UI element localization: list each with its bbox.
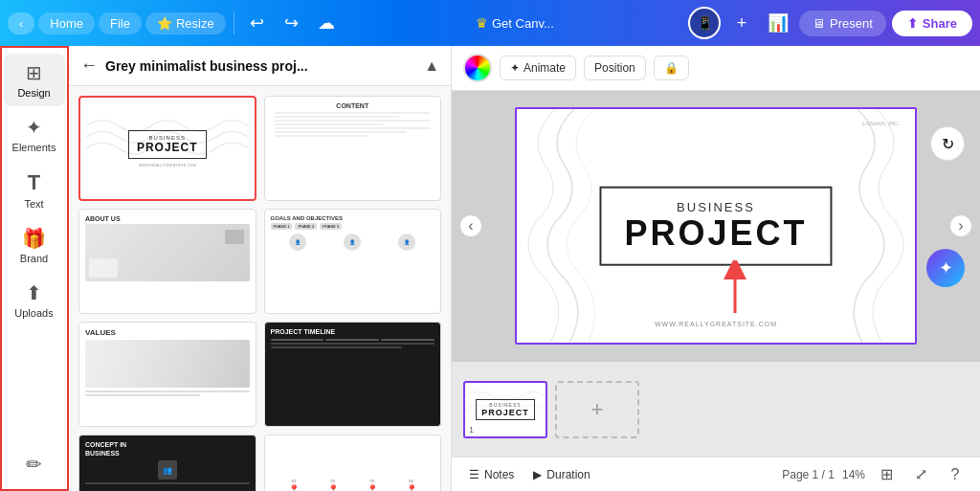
- undo-button[interactable]: ↩: [242, 8, 273, 38]
- text-icon: T: [28, 170, 40, 195]
- slide-5-content: VALUES: [79, 323, 256, 426]
- slide-1-content: BUSINESS PROJECT WWW.REALLYGREATSITE.COM: [80, 98, 255, 199]
- notes-icon: ☰: [469, 468, 479, 481]
- slide-4-content: GOALS AND OBJECTIVES PHASE 1 PHASE 2 PHA…: [265, 210, 441, 313]
- brand-icon: 🎁: [22, 227, 46, 250]
- bottom-bar: ☰ Notes ▶ Duration Page 1 / 1 14% ⊞ ⤢ ?: [452, 457, 980, 491]
- color-wheel-button[interactable]: [463, 54, 492, 82]
- filmstrip-thumb-1[interactable]: BUSINESS PROJECT 1: [463, 381, 547, 438]
- cloud-save-button[interactable]: ☁: [311, 8, 342, 38]
- slides-up-arrow[interactable]: ▲: [424, 57, 439, 75]
- sidebar-item-edit[interactable]: ✏: [4, 445, 65, 483]
- slide-8-content: 01 📍 02 📍 03 📍: [265, 435, 441, 491]
- share-button[interactable]: ⬆ Share: [892, 11, 972, 36]
- slide-canvas-inner: LASANA, INC. BUSINESS PROJECT WWW.REALLY…: [517, 109, 915, 343]
- slide-7-content: CONCEPT IN BUSINESS 👥: [79, 435, 256, 491]
- canvas-logo: LASANA, INC.: [862, 121, 900, 126]
- canvas-project-text: PROJECT: [624, 214, 807, 253]
- canvas-url: WWW.REALLYGREATSITE.COM: [655, 321, 777, 327]
- sidebar-label-text: Text: [24, 198, 43, 210]
- help-button[interactable]: ?: [942, 461, 969, 488]
- design-icon: ⊞: [26, 61, 42, 84]
- notes-button[interactable]: ☰ Notes: [463, 464, 520, 485]
- position-button[interactable]: Position: [584, 56, 646, 80]
- slide-thumb-8[interactable]: 01 📍 02 📍 03 📍: [264, 435, 442, 491]
- slide-thumb-1[interactable]: BUSINESS PROJECT WWW.REALLYGREATSITE.COM…: [78, 96, 256, 201]
- slides-grid: BUSINESS PROJECT WWW.REALLYGREATSITE.COM…: [69, 86, 451, 491]
- slides-panel-title: Grey minimalist business proj...: [105, 58, 416, 74]
- slide-6-content: PROJECT TIMELINE: [265, 323, 441, 426]
- canvas-main: ‹: [452, 91, 980, 361]
- animate-button[interactable]: ✦ Animate: [500, 56, 576, 80]
- uploads-icon: ⬆: [26, 281, 42, 304]
- device-preview-button[interactable]: 📱: [688, 7, 721, 39]
- sidebar-label-design: Design: [17, 87, 50, 99]
- slide-thumb-7[interactable]: CONCEPT IN BUSINESS 👥: [78, 435, 256, 491]
- fullscreen-button[interactable]: ⤢: [907, 461, 934, 488]
- canvas-center-box[interactable]: BUSINESS PROJECT: [599, 187, 832, 266]
- canvas-business-text: BUSINESS: [624, 200, 807, 214]
- topbar-center: ♛ Get Canv...: [345, 15, 684, 31]
- sidebar-item-elements[interactable]: ✦ Elements: [4, 108, 65, 161]
- slide-thumb-3[interactable]: ABOUT US: [78, 209, 256, 314]
- sidebar-label-elements: Elements: [12, 142, 56, 153]
- edit-icon: ✏: [26, 453, 42, 476]
- zoom-level: 14%: [842, 468, 865, 481]
- elements-icon: ✦: [26, 116, 42, 139]
- refresh-button[interactable]: ↻: [930, 126, 965, 161]
- share-icon: ⬆: [907, 16, 918, 31]
- present-button[interactable]: 🖥 Present: [799, 11, 886, 36]
- main-area: ⊞ Design ✦ Elements T Text 🎁 Brand ⬆ Upl…: [0, 46, 980, 491]
- duration-button[interactable]: ▶ Duration: [527, 464, 595, 485]
- slide-thumb-2[interactable]: CONTENT: [264, 96, 442, 201]
- wave-left: [517, 109, 603, 343]
- monitor-icon: 🖥: [813, 16, 825, 31]
- resize-button[interactable]: ⭐ Resize: [145, 12, 226, 34]
- lock-icon: 🔒: [664, 61, 679, 75]
- redo-button[interactable]: ↪: [277, 8, 307, 38]
- add-button[interactable]: +: [726, 8, 757, 38]
- grid-view-button[interactable]: ⊞: [873, 461, 900, 488]
- slides-back-button[interactable]: ←: [80, 56, 98, 76]
- slide-thumb-4[interactable]: GOALS AND OBJECTIVES PHASE 1 PHASE 2 PHA…: [264, 209, 442, 314]
- canvas-container: LASANA, INC. BUSINESS PROJECT WWW.REALLY…: [515, 107, 917, 345]
- home-button[interactable]: Home: [38, 12, 95, 34]
- duration-icon: ▶: [533, 468, 542, 481]
- crown-icon: ♛: [476, 15, 488, 31]
- filmstrip-item-1: BUSINESS PROJECT 1: [463, 381, 547, 438]
- sidebar-item-text[interactable]: T Text: [4, 163, 65, 217]
- sidebar-item-brand[interactable]: 🎁 Brand: [4, 219, 65, 272]
- sidebar-label-brand: Brand: [20, 253, 48, 264]
- sidebar-label-uploads: Uploads: [14, 307, 53, 319]
- wave-right: [829, 109, 915, 343]
- canvas-area: ✦ Animate Position 🔒 ‹: [452, 46, 980, 491]
- filmstrip-add-button[interactable]: +: [555, 381, 639, 438]
- slide-thumb-6[interactable]: PROJECT TIMELINE: [264, 322, 442, 427]
- slide-canvas[interactable]: LASANA, INC. BUSINESS PROJECT WWW.REALLY…: [515, 107, 917, 345]
- topbar-right: 📱 + 📊 🖥 Present ⬆ Share: [688, 7, 972, 39]
- filmstrip-page-num: 1: [469, 425, 474, 435]
- canvas-red-arrow: [716, 260, 754, 322]
- filmstrip: BUSINESS PROJECT 1 +: [452, 361, 980, 457]
- chart-button[interactable]: 📊: [763, 8, 793, 38]
- page-info: Page 1 / 1: [782, 468, 835, 481]
- slide-2-content: CONTENT: [265, 97, 441, 200]
- divider-1: [234, 11, 234, 34]
- sidebar-item-uploads[interactable]: ⬆ Uploads: [4, 274, 65, 326]
- canva-title: Get Canv...: [492, 16, 554, 31]
- sidebar: ⊞ Design ✦ Elements T Text 🎁 Brand ⬆ Upl…: [0, 46, 69, 491]
- animate-icon: ✦: [510, 61, 520, 75]
- file-button[interactable]: File: [99, 12, 142, 34]
- slides-panel: ← Grey minimalist business proj... ▲: [69, 46, 452, 491]
- magic-button[interactable]: ✦: [926, 249, 965, 287]
- lock-button[interactable]: 🔒: [654, 56, 689, 80]
- slides-header: ← Grey minimalist business proj... ▲: [69, 46, 451, 86]
- slide-3-content: ABOUT US: [79, 210, 256, 313]
- canvas-scroll-left[interactable]: ‹: [459, 214, 482, 237]
- sidebar-item-design[interactable]: ⊞ Design: [4, 54, 65, 106]
- slide-thumb-5[interactable]: VALUES: [78, 322, 256, 427]
- topbar: ‹ Home File ⭐ Resize ↩ ↪ ☁ ♛ Get Canv...…: [0, 0, 980, 46]
- back-button[interactable]: ‹: [8, 12, 34, 34]
- canvas-scroll-right[interactable]: ›: [949, 214, 972, 237]
- canvas-toolbar: ✦ Animate Position 🔒: [452, 46, 980, 91]
